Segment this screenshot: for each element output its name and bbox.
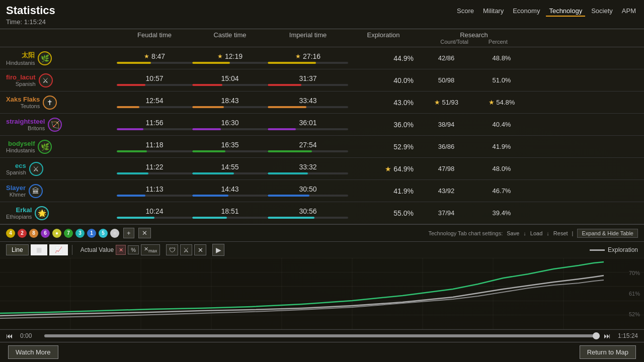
cross-filter-btn[interactable]: ✕ <box>194 244 206 255</box>
exploration-cell: 36.0% <box>348 121 419 129</box>
timeline-track[interactable] <box>44 334 600 337</box>
progress-bar-wrap <box>192 62 268 64</box>
player-dot-7[interactable]: 1 <box>87 229 96 238</box>
player-dot-0[interactable]: 4 <box>6 229 15 238</box>
player-cell-5: ecsSpanish⚔ <box>6 162 117 176</box>
star-icon: ★ <box>144 53 149 60</box>
player-dot-1[interactable]: 2 <box>18 229 27 238</box>
research-cell: 42/8648.8% <box>419 54 529 62</box>
add-player-btn[interactable]: + <box>123 228 134 238</box>
time-cell: 10:24 <box>117 207 192 219</box>
progress-bar <box>117 62 151 64</box>
play-end-btn[interactable]: ⏭ <box>604 332 614 340</box>
exploration-legend: Exploration <box>590 246 638 253</box>
player-dot-8[interactable]: 5 <box>99 229 108 238</box>
time-cell: 31:37 <box>268 74 348 86</box>
player-cell-7: ErkalEthiopians🌟 <box>6 206 117 220</box>
return-map-button[interactable]: Return to Map <box>580 345 636 359</box>
progress-bar <box>192 84 222 86</box>
time-value: 8:47 <box>151 52 165 60</box>
progress-bar <box>192 217 227 219</box>
player-dot-5[interactable]: 7 <box>64 229 73 238</box>
progress-bar <box>117 84 145 86</box>
table-body: 太阳Hindustanis🌿★8:47★12:19★27:1644.9%42/8… <box>0 47 644 224</box>
star-icon: ★ <box>385 165 391 173</box>
nav-tab-technology[interactable]: Technology <box>546 6 585 17</box>
timeline-thumb[interactable] <box>593 332 600 339</box>
progress-bar-wrap <box>192 106 268 108</box>
forward-btn[interactable]: ▶ <box>212 244 224 256</box>
research-count: ★ 51/93 <box>419 99 474 106</box>
time-cell: 11:13 <box>117 185 192 197</box>
player-dot-9[interactable]: ○ <box>110 229 119 238</box>
table-row: straightsteelBritons🏹11:5616:3036:0136.0… <box>0 114 644 136</box>
load-link[interactable]: Load <box>530 230 542 236</box>
civ-icon: 🏛 <box>29 184 43 198</box>
footer-bar: Watch More Return to Map <box>0 342 644 362</box>
nav-tab-military[interactable]: Military <box>480 6 507 17</box>
research-cell: 36/8641.9% <box>419 143 529 150</box>
progress-bar <box>117 217 154 219</box>
stats-time: Time: 1:15:24 <box>6 18 638 26</box>
percent-btn[interactable]: % <box>128 245 139 254</box>
play-button[interactable]: ⏮ <box>6 332 16 340</box>
progress-bar-wrap <box>268 128 348 130</box>
player-dot-2[interactable]: 8 <box>29 229 38 238</box>
col-exploration: Exploration <box>348 31 419 45</box>
player-dot-6[interactable]: 3 <box>75 229 85 238</box>
remove-player-btn[interactable]: ✕ <box>138 228 151 238</box>
shield-filter-btn[interactable]: 🛡 <box>166 244 178 255</box>
nav-tab-score[interactable]: Score <box>454 6 477 17</box>
col-feudal: Feudal time <box>117 31 192 45</box>
player-dot-4[interactable]: ● <box>52 229 61 238</box>
chart-tab-area[interactable]: 📈 <box>49 244 68 255</box>
max-btn[interactable]: ✕max <box>141 244 160 255</box>
sword-filter-btn[interactable]: ⚔ <box>180 244 192 255</box>
time-value: 16:35 <box>221 141 238 149</box>
star-icon: ★ <box>489 99 495 106</box>
page-title: Statistics <box>6 4 55 17</box>
progress-bar <box>268 217 314 219</box>
player-civ: Teutons <box>21 103 40 109</box>
time-value: 18:43 <box>221 97 238 105</box>
clear-value-btn[interactable]: ✕ <box>116 245 126 255</box>
table-row: firo_lacutSpanish⚔10:5715:0431:3740.0%50… <box>0 69 644 92</box>
nav-tab-society[interactable]: Society <box>588 6 616 17</box>
save-link[interactable]: Save <box>507 230 519 236</box>
chart-tab-bar[interactable]: ▦ <box>31 244 47 255</box>
progress-bar-wrap <box>117 84 192 86</box>
progress-bar-wrap <box>268 62 348 64</box>
time-value: 11:18 <box>145 141 163 149</box>
time-value: 27:54 <box>299 141 316 149</box>
watch-more-button[interactable]: Watch More <box>8 345 58 359</box>
table-row: Xaks FlaksTeutons✝12:5418:4333:4343.0%★ … <box>0 92 644 114</box>
player-name: Xaks Flaks <box>6 96 40 103</box>
player-civ: Khmer <box>10 192 26 198</box>
exploration-cell: 41.9% <box>348 187 419 195</box>
player-cell-3: straightsteelBritons🏹 <box>6 118 117 132</box>
progress-bar-wrap <box>268 172 348 174</box>
expand-table-btn[interactable]: Expand & Hide Table <box>577 229 638 238</box>
star-icon: ★ <box>295 53 301 60</box>
time-cell: 18:51 <box>192 207 268 219</box>
time-value: 11:22 <box>145 163 163 171</box>
nav-tab-economy[interactable]: Economy <box>510 6 543 17</box>
col-player <box>6 31 117 45</box>
progress-bar <box>268 84 301 86</box>
time-cell: 33:32 <box>268 163 348 174</box>
reset-link[interactable]: Reset <box>553 230 568 236</box>
time-value: 12:54 <box>145 97 163 105</box>
progress-bar <box>192 62 230 64</box>
nav-tabs: ScoreMilitaryEconomyTechnologySocietyAPM <box>454 6 639 17</box>
nav-tab-apm[interactable]: APM <box>619 6 639 17</box>
time-value: 12:19 <box>225 52 243 60</box>
progress-bar-wrap <box>117 106 192 108</box>
exploration-cell: 52.9% <box>348 143 419 151</box>
area-chart-icon: 📈 <box>55 246 62 253</box>
player-civ: Ethiopians <box>6 214 32 220</box>
bar-chart-icon: ▦ <box>36 246 42 253</box>
progress-bar <box>192 128 221 130</box>
exploration-cell: 40.0% <box>348 76 419 84</box>
chart-tab-line[interactable]: Line <box>6 244 29 255</box>
player-dot-3[interactable]: 6 <box>41 229 50 238</box>
